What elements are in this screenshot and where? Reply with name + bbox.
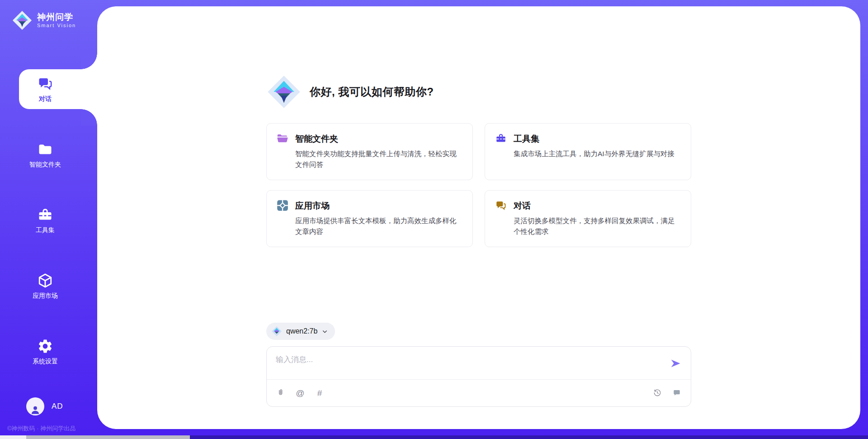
sidebar-item-label: 工具集 bbox=[36, 226, 55, 234]
mention-icon[interactable]: @ bbox=[295, 388, 305, 398]
scrollbar-track-cap bbox=[0, 435, 26, 439]
card-description: 灵活切换多模型文件，支持多样回复效果调试，满足个性化需求 bbox=[514, 215, 681, 237]
greeting-block: 你好, 我可以如何帮助你? bbox=[266, 74, 691, 110]
scrollbar-thumb[interactable] bbox=[26, 435, 190, 439]
user-account[interactable]: AD bbox=[26, 397, 63, 415]
toolbox-icon bbox=[37, 207, 53, 223]
chevron-down-icon bbox=[321, 328, 328, 335]
message-input[interactable] bbox=[267, 347, 691, 378]
toolbox-icon bbox=[495, 133, 507, 144]
sidebar-item-chat[interactable]: 对话 bbox=[0, 69, 97, 109]
sidebar: 神州问学 Smart Vision 对话 智能文件夹 bbox=[0, 0, 97, 439]
user-name: AD bbox=[52, 402, 63, 411]
sidebar-item-label: 应用市场 bbox=[33, 292, 58, 300]
open-folder-icon bbox=[277, 133, 288, 144]
user-avatar-icon bbox=[29, 404, 41, 415]
folder-icon bbox=[37, 141, 53, 157]
sidebar-item-smart-folder[interactable]: 智能文件夹 bbox=[0, 135, 97, 175]
composer-toolbar: @ # bbox=[276, 379, 682, 406]
chat-icon bbox=[37, 76, 53, 92]
avatar bbox=[26, 397, 44, 415]
send-icon bbox=[669, 357, 682, 370]
gear-icon bbox=[37, 338, 53, 354]
sidebar-item-settings[interactable]: 系统设置 bbox=[0, 332, 97, 372]
sidebar-nav: 对话 智能文件夹 工具集 bbox=[0, 69, 97, 397]
sidebar-item-label: 系统设置 bbox=[33, 358, 58, 366]
greeting-title: 你好, 我可以如何帮助你? bbox=[310, 85, 434, 99]
card-description: 智能文件夹功能支持批量文件上传与清洗，轻松实现文件问答 bbox=[295, 148, 462, 170]
hashtag-icon[interactable]: # bbox=[315, 388, 325, 398]
card-title: 智能文件夹 bbox=[295, 133, 338, 145]
card-chat[interactable]: 对话 灵活切换多模型文件，支持多样回复效果调试，满足个性化需求 bbox=[485, 190, 691, 247]
diamond-logo-icon bbox=[271, 326, 282, 337]
horizontal-scrollbar bbox=[0, 435, 868, 439]
card-toolset[interactable]: 工具集 集成市场上主流工具，助力AI与外界无缝扩展与对接 bbox=[485, 123, 691, 180]
copyright-text: ©神州数码 · 神州问学出品 bbox=[7, 425, 75, 433]
app-logo-diamond-icon bbox=[12, 10, 33, 31]
app-grid-icon bbox=[277, 200, 288, 211]
history-icon[interactable] bbox=[652, 388, 662, 398]
sidebar-item-label: 智能文件夹 bbox=[29, 161, 61, 169]
send-button[interactable] bbox=[669, 357, 682, 370]
main-panel: 你好, 我可以如何帮助你? 智能文件夹 智能文件夹功能支持批量文件上传与清洗，轻… bbox=[97, 6, 860, 429]
model-selector[interactable]: qwen2:7b bbox=[266, 323, 335, 340]
card-description: 集成市场上主流工具，助力AI与外界无缝扩展与对接 bbox=[514, 148, 681, 159]
card-smart-folder[interactable]: 智能文件夹 智能文件夹功能支持批量文件上传与清洗，轻松实现文件问答 bbox=[266, 123, 473, 180]
app-brand: 神州问学 Smart Vision bbox=[12, 10, 76, 31]
card-title: 对话 bbox=[514, 200, 531, 212]
attachment-icon[interactable] bbox=[276, 388, 286, 398]
cube-icon bbox=[37, 272, 53, 289]
app-subtitle: Smart Vision bbox=[37, 23, 76, 28]
sidebar-item-app-market[interactable]: 应用市场 bbox=[0, 266, 97, 306]
chat-icon bbox=[495, 200, 507, 211]
card-description: 应用市场提供丰富长文本模板，助力高效生成多样化文章内容 bbox=[295, 215, 462, 237]
sidebar-item-label: 对话 bbox=[39, 95, 52, 103]
sidebar-item-toolset[interactable]: 工具集 bbox=[0, 200, 97, 240]
app-name: 神州问学 bbox=[37, 13, 76, 22]
card-app-market[interactable]: 应用市场 应用市场提供丰富长文本模板，助力高效生成多样化文章内容 bbox=[266, 190, 473, 247]
model-selector-row: qwen2:7b bbox=[266, 323, 691, 340]
card-title: 工具集 bbox=[514, 133, 539, 145]
model-name: qwen2:7b bbox=[286, 327, 317, 335]
message-composer: @ # bbox=[266, 346, 691, 407]
greeting-logo-diamond-icon bbox=[266, 74, 302, 110]
comment-icon[interactable] bbox=[672, 388, 682, 398]
card-title: 应用市场 bbox=[295, 200, 330, 212]
feature-cards: 智能文件夹 智能文件夹功能支持批量文件上传与清洗，轻松实现文件问答 工具集 集成… bbox=[266, 123, 691, 247]
